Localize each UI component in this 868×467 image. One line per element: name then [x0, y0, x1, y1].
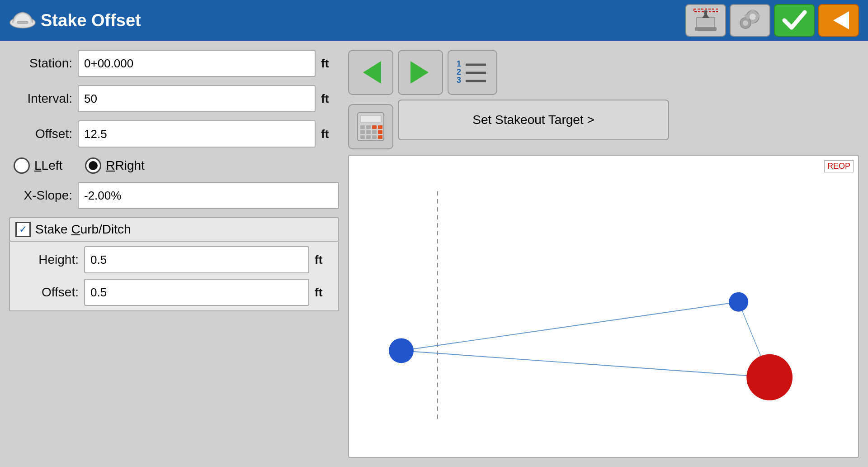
direction-radio-row: LLeft RRight: [9, 157, 339, 174]
left-radio[interactable]: LLeft: [14, 157, 62, 174]
right-panel: 1 2 3: [348, 50, 859, 458]
offset-row: Offset: ft: [9, 120, 339, 148]
set-stakeout-target-button[interactable]: Set Stakeout Target >: [398, 100, 669, 140]
interval-row: Interval: ft: [9, 85, 339, 112]
svg-text:2: 2: [457, 67, 461, 76]
stake-curb-checkbox[interactable]: ✓: [15, 222, 31, 237]
header-buttons: [685, 4, 859, 37]
calculator-button[interactable]: [348, 104, 393, 149]
svg-rect-28: [372, 125, 377, 129]
interval-label: Interval:: [9, 91, 72, 106]
right-radio-circle: [85, 157, 101, 174]
height-unit: ft: [315, 253, 333, 267]
save-button[interactable]: [685, 4, 726, 37]
station-input[interactable]: [78, 50, 316, 77]
svg-rect-6: [695, 27, 717, 31]
svg-text:1: 1: [457, 59, 461, 68]
right-radio-label: RRight: [106, 158, 145, 173]
interval-unit: ft: [321, 92, 339, 106]
target-dot: [746, 354, 793, 400]
svg-marker-16: [363, 61, 381, 84]
svg-rect-25: [360, 115, 381, 123]
offset-label: Offset:: [9, 127, 72, 141]
svg-rect-26: [360, 125, 365, 129]
svg-rect-30: [360, 130, 365, 134]
height-row: Height: ft: [15, 246, 333, 273]
sub-offset-row: Offset: ft: [15, 279, 333, 306]
reop-label: REOP: [824, 160, 854, 172]
svg-rect-12: [751, 21, 755, 24]
prev-station-button[interactable]: [348, 50, 393, 95]
interval-input[interactable]: [78, 85, 316, 112]
svg-text:3: 3: [457, 76, 461, 85]
list-button[interactable]: 1 2 3: [448, 50, 497, 95]
svg-rect-29: [378, 125, 382, 129]
svg-rect-32: [372, 130, 377, 134]
page-title: Stake Offset: [41, 11, 681, 30]
xslope-label: X-Slope:: [9, 188, 72, 203]
slope-line: [401, 302, 739, 351]
svg-rect-27: [366, 125, 371, 129]
svg-rect-31: [366, 130, 371, 134]
svg-rect-33: [378, 130, 382, 134]
visualization-canvas: REOP: [348, 155, 859, 458]
station-row: Station: ft: [9, 50, 339, 77]
xslope-input[interactable]: [78, 182, 339, 209]
left-panel: Station: ft Interval: ft Offset: ft LLef…: [9, 50, 339, 458]
svg-rect-1: [17, 21, 28, 24]
app-header: Stake Offset: [0, 0, 868, 41]
offset-line: [401, 351, 770, 377]
curb-sub-form: Height: ft Offset: ft: [9, 242, 339, 311]
settings-button[interactable]: [730, 4, 770, 37]
left-radio-label: LLeft: [34, 158, 62, 173]
station-unit: ft: [321, 57, 339, 71]
sub-offset-unit: ft: [315, 286, 333, 300]
ok-button[interactable]: [774, 4, 815, 37]
base-point-dot: [389, 338, 414, 363]
svg-rect-37: [378, 135, 382, 139]
station-label: Station:: [9, 56, 72, 71]
app-logo: [9, 7, 36, 34]
back-button[interactable]: [818, 4, 859, 37]
svg-rect-34: [360, 135, 365, 139]
stake-point-dot: [729, 292, 748, 312]
right-radio[interactable]: RRight: [85, 157, 145, 174]
height-input[interactable]: [84, 246, 309, 273]
sub-offset-input[interactable]: [84, 279, 309, 306]
xslope-row: X-Slope:: [9, 182, 339, 209]
set-stakeout-label: Set Stakeout Target >: [472, 113, 594, 127]
height-label: Height:: [15, 253, 79, 267]
svg-rect-36: [372, 135, 377, 139]
svg-rect-11: [751, 10, 755, 12]
svg-marker-15: [833, 11, 849, 29]
offset-input[interactable]: [78, 120, 316, 148]
offset-unit: ft: [321, 127, 339, 141]
svg-point-8: [750, 14, 756, 20]
sub-offset-label: Offset:: [15, 285, 79, 300]
stake-curb-row[interactable]: ✓ Stake Curb/Ditch: [9, 217, 339, 242]
svg-point-10: [743, 20, 748, 26]
diagram-svg: [349, 156, 858, 457]
svg-marker-17: [410, 61, 429, 84]
left-radio-circle: [14, 157, 30, 174]
main-content: Station: ft Interval: ft Offset: ft LLef…: [0, 41, 868, 467]
svg-rect-5: [704, 10, 707, 18]
stake-curb-label: Stake Curb/Ditch: [35, 222, 131, 237]
svg-rect-35: [366, 135, 371, 139]
next-station-button[interactable]: [398, 50, 443, 95]
